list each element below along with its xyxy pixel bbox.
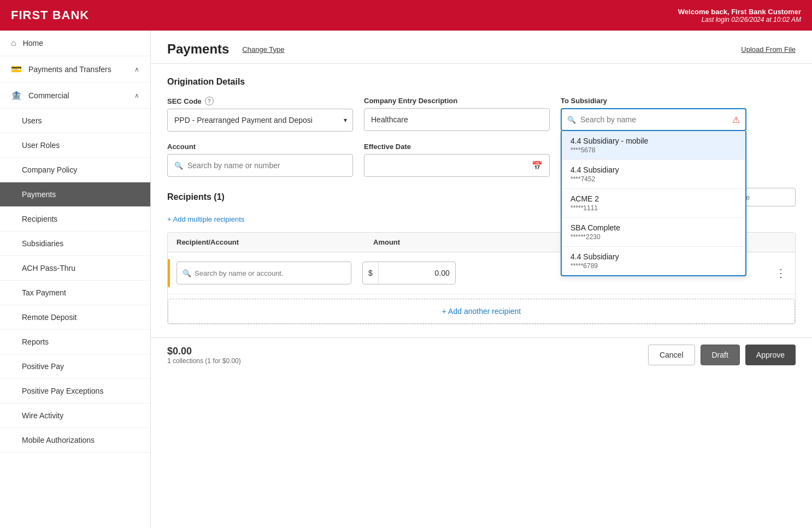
sidebar-item-commercial[interactable]: 🏦 Commercial ∧: [0, 82, 150, 109]
home-icon: ⌂: [11, 38, 16, 48]
chevron-up-icon: ∧: [134, 66, 139, 73]
welcome-text: Welcome back, First Bank Customer: [678, 8, 801, 16]
row-status-bar: [168, 259, 170, 287]
alert-icon: ⚠: [732, 115, 740, 125]
sidebar-label: Commercial: [28, 91, 69, 100]
sidebar-item-remote-deposit[interactable]: Remote Deposit: [0, 305, 150, 330]
subsidiary-item-0[interactable]: 4.4 Subsidiary - mobile ****5678: [562, 131, 745, 160]
sidebar-label: Positive Pay: [22, 362, 64, 371]
sec-code-select[interactable]: PPD - Prearranged Payment and Deposi: [174, 116, 346, 124]
account-search-wrapper[interactable]: 🔍: [167, 154, 353, 177]
subsidiary-item-2[interactable]: ACME 2 *****1111: [562, 189, 745, 218]
subsidiary-item-3[interactable]: SBA Complete ******2230: [562, 218, 745, 247]
subsidiary-account: ******2230: [570, 233, 737, 241]
sec-code-label: SEC Code: [167, 97, 202, 105]
sec-code-select-wrapper[interactable]: PPD - Prearranged Payment and Deposi ▾: [167, 109, 353, 132]
sidebar-item-positive-pay-exceptions[interactable]: Positive Pay Exceptions: [0, 379, 150, 404]
approve-button[interactable]: Approve: [745, 345, 796, 365]
calendar-icon[interactable]: 📅: [532, 161, 543, 171]
sec-code-group: SEC Code ? PPD - Prearranged Payment and…: [167, 97, 353, 132]
subsidiary-account: ****7452: [570, 175, 737, 183]
subsidiary-account: ****5678: [570, 146, 737, 154]
recipient-search-wrapper[interactable]: 🔍: [176, 262, 351, 284]
subsidiary-item-1[interactable]: 4.4 Subsidiary ****7452: [562, 160, 745, 189]
origination-section-title: Origination Details: [167, 77, 796, 87]
col-header-recipient: Recipient/Account: [176, 238, 373, 246]
company-entry-group: Company Entry Description: [364, 97, 550, 131]
to-subsidiary-search-input[interactable]: [580, 115, 728, 124]
last-login-text: Last login 02/26/2024 at 10:02 AM: [678, 16, 801, 23]
amount-input[interactable]: [379, 269, 455, 277]
effective-date-group: Effective Date 📅: [364, 143, 550, 177]
add-another-recipient-button[interactable]: + Add another recipient: [168, 299, 795, 324]
subsidiary-item-4[interactable]: 4.4 Subsidiary *****6789: [562, 247, 745, 275]
footer-total: $0.00: [167, 346, 241, 357]
recipient-search-input[interactable]: [195, 269, 345, 277]
sidebar-item-payments-transfers[interactable]: 💳 Payments and Transfers ∧: [0, 56, 150, 82]
sidebar-item-recipients[interactable]: Recipients: [0, 207, 150, 232]
account-search-input[interactable]: [187, 161, 346, 170]
subsidiary-name: ACME 2: [570, 194, 737, 203]
sidebar-item-users[interactable]: Users: [0, 109, 150, 133]
sidebar-item-payments[interactable]: Payments: [0, 182, 150, 207]
subsidiary-name: 4.4 Subsidiary - mobile: [570, 137, 737, 145]
effective-date-wrapper[interactable]: 📅: [364, 154, 550, 177]
change-type-button[interactable]: Change Type: [238, 43, 289, 56]
sidebar-label: Remote Deposit: [22, 313, 77, 322]
subsidiary-name: SBA Complete: [570, 223, 737, 232]
subsidiary-name: 4.4 Subsidiary: [570, 252, 737, 261]
to-subsidiary-input-wrapper[interactable]: 🔍 ⚠: [561, 108, 746, 131]
sidebar: ⌂ Home 💳 Payments and Transfers ∧ 🏦 Comm…: [0, 31, 151, 528]
cancel-button[interactable]: Cancel: [648, 345, 695, 365]
account-group: Account 🔍: [167, 143, 353, 177]
sidebar-item-positive-pay[interactable]: Positive Pay: [0, 354, 150, 379]
origination-row-1: SEC Code ? PPD - Prearranged Payment and…: [167, 97, 796, 132]
sidebar-label: ACH Pass-Thru: [22, 264, 75, 272]
sidebar-label: Mobile Authorizations: [22, 436, 95, 444]
sidebar-label: Tax Payment: [22, 288, 66, 297]
bank-logo: FIRST BANK: [11, 8, 89, 22]
amount-wrapper[interactable]: $: [362, 262, 456, 284]
sidebar-item-user-roles[interactable]: User Roles: [0, 133, 150, 158]
sidebar-item-tax-payment[interactable]: Tax Payment: [0, 281, 150, 305]
company-entry-input[interactable]: [364, 108, 550, 131]
sidebar-label: Home: [23, 39, 43, 48]
sidebar-label: Subsidiaries: [22, 239, 63, 248]
sidebar-label: Payments: [22, 190, 56, 199]
sidebar-label: Recipients: [22, 215, 57, 223]
footer-total-area: $0.00 1 collections (1 for $0.00): [167, 346, 241, 365]
chevron-up-icon: ∧: [134, 92, 139, 99]
sidebar-item-wire-activity[interactable]: Wire Activity: [0, 404, 150, 428]
sec-code-info-icon[interactable]: ?: [205, 97, 214, 105]
sidebar-item-company-policy[interactable]: Company Policy: [0, 158, 150, 182]
sidebar-label: Company Policy: [22, 165, 77, 174]
subsidiary-name: 4.4 Subsidiary: [570, 165, 737, 174]
upload-from-file-link[interactable]: Upload From File: [741, 45, 796, 54]
row-menu-icon[interactable]: ⋮: [767, 266, 795, 280]
sidebar-label: Wire Activity: [22, 411, 63, 420]
dollar-sign: $: [363, 262, 379, 284]
page-title: Payments: [167, 41, 229, 57]
sidebar-label: User Roles: [22, 141, 60, 150]
header-welcome: Welcome back, First Bank Customer Last l…: [678, 8, 801, 23]
to-subsidiary-group: To Subsidiary 🔍 ⚠ 4.4 Subsidiary - mobil…: [561, 97, 746, 131]
footer-sub: 1 collections (1 for $0.00): [167, 357, 241, 365]
subsidiary-dropdown: 4.4 Subsidiary - mobile ****5678 4.4 Sub…: [561, 131, 746, 276]
sidebar-item-home[interactable]: ⌂ Home: [0, 31, 150, 56]
page-header: Payments Change Type Upload From File: [151, 31, 812, 64]
sidebar-label: Users: [22, 116, 42, 125]
recipients-title: Recipients (1): [167, 192, 225, 202]
effective-date-input[interactable]: [371, 161, 532, 170]
main-content: Payments Change Type Upload From File Or…: [151, 31, 812, 528]
search-icon: 🔍: [183, 269, 191, 277]
effective-date-label: Effective Date: [364, 143, 411, 151]
subsidiary-account: *****1111: [570, 204, 737, 212]
footer-actions: Cancel Draft Approve: [648, 345, 796, 365]
sidebar-item-mobile-authorizations[interactable]: Mobile Authorizations: [0, 428, 150, 453]
search-icon: 🔍: [567, 116, 576, 124]
sidebar-item-ach-pass-thru[interactable]: ACH Pass-Thru: [0, 256, 150, 281]
draft-button[interactable]: Draft: [701, 345, 740, 365]
sidebar-item-reports[interactable]: Reports: [0, 330, 150, 354]
app-header: FIRST BANK Welcome back, First Bank Cust…: [0, 0, 812, 31]
sidebar-item-subsidiaries[interactable]: Subsidiaries: [0, 232, 150, 256]
